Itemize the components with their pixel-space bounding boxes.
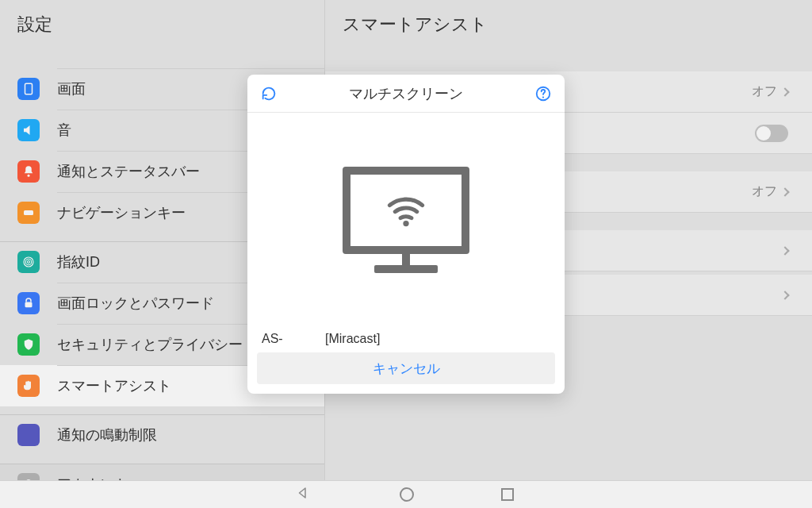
multiscreen-dialog: マルチスクリーン AS- [Miracast] キャンセル [247, 75, 565, 394]
device-name: AS- [Miracast] [262, 332, 380, 345]
cancel-label: キャンセル [373, 360, 440, 378]
home-button[interactable] [400, 487, 414, 502]
back-button[interactable] [296, 486, 310, 503]
device-entry[interactable]: AS- [Miracast] [247, 327, 565, 352]
help-button[interactable] [533, 83, 553, 104]
cancel-button[interactable]: キャンセル [257, 352, 555, 384]
system-navbar [0, 480, 812, 508]
dialog-body [247, 113, 565, 327]
tv-wifi-icon [343, 167, 469, 273]
svg-point-9 [542, 96, 544, 98]
refresh-button[interactable] [259, 83, 279, 104]
svg-point-10 [403, 220, 408, 225]
dialog-title: マルチスクリーン [349, 84, 463, 103]
recent-apps-button[interactable] [501, 488, 514, 501]
